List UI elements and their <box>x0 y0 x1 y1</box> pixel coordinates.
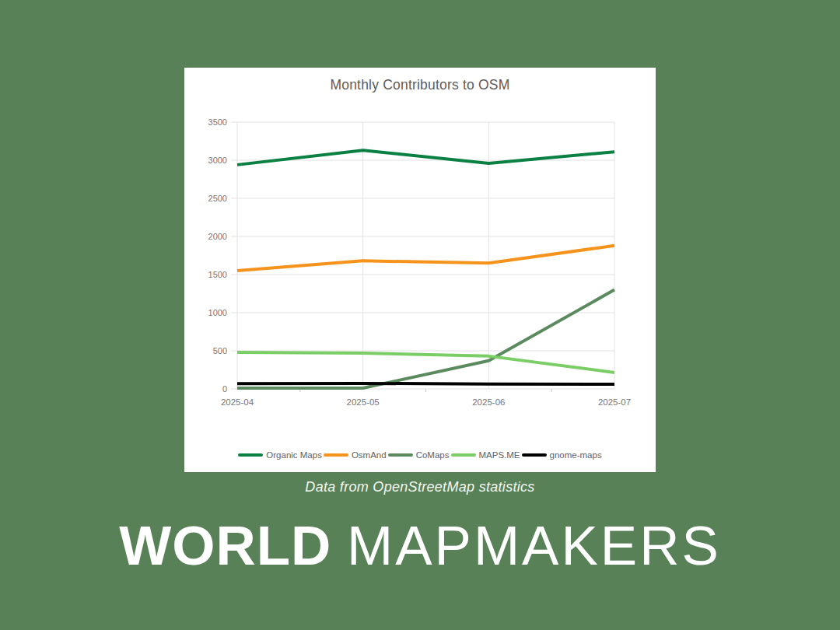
legend-swatch-maps-me <box>451 453 476 457</box>
legend-label: CoMaps <box>416 450 450 460</box>
legend-swatch-osmand <box>324 453 348 457</box>
page-title-bold: WORLD <box>119 515 331 576</box>
y-axis-tick-label: 1500 <box>208 270 227 279</box>
series-line-maps-me <box>237 352 614 373</box>
legend-label: OsmAnd <box>352 450 387 460</box>
legend-item-maps-me: MAPS.ME <box>451 450 520 460</box>
series-line-osmand <box>237 246 614 271</box>
legend-item-gnome-maps: gnome-maps <box>522 450 602 460</box>
x-axis-tick-label: 2025-05 <box>347 397 380 407</box>
legend-swatch-gnome-maps <box>522 453 547 457</box>
legend-label: MAPS.ME <box>479 450 520 460</box>
x-axis-tick-label: 2025-04 <box>221 397 254 407</box>
y-axis-tick-label: 3500 <box>208 117 227 127</box>
x-axis-tick-label: 2025-06 <box>472 397 505 407</box>
legend-item-organic-maps: Organic Maps <box>238 450 322 460</box>
legend-item-osmand: OsmAnd <box>324 450 387 460</box>
data-source-caption: Data from OpenStreetMap statistics <box>0 479 840 495</box>
legend-label: gnome-maps <box>550 450 602 460</box>
x-axis-tick-label: 2025-07 <box>598 397 631 407</box>
infographic-page: { "page": { "background_color": "#588157… <box>0 0 840 630</box>
series-line-comaps <box>237 290 614 388</box>
y-axis-tick-label: 2500 <box>208 194 227 203</box>
chart-card: Monthly Contributors to OSM 050010001500… <box>184 68 656 472</box>
legend-swatch-organic-maps <box>238 453 263 457</box>
series-line-gnome-maps <box>237 383 614 384</box>
y-axis-tick-label: 0 <box>222 384 227 394</box>
y-axis-tick-label: 2000 <box>208 232 227 241</box>
series-line-organic-maps <box>237 150 614 165</box>
osm-contributors-line-chart: 05001000150020002500300035002025-042025-… <box>184 68 656 472</box>
y-axis-tick-label: 3000 <box>208 156 227 165</box>
chart-legend: Organic MapsOsmAndCoMapsMAPS.MEgnome-map… <box>184 450 656 460</box>
page-title-light: MAPMAKERS <box>347 515 721 576</box>
legend-label: Organic Maps <box>266 450 322 460</box>
y-axis-tick-label: 500 <box>213 346 227 355</box>
page-title: WORLD MAPMAKERS <box>0 518 840 573</box>
y-axis-tick-label: 1000 <box>208 308 227 317</box>
legend-item-comaps: CoMaps <box>388 450 450 460</box>
legend-swatch-comaps <box>388 453 413 457</box>
